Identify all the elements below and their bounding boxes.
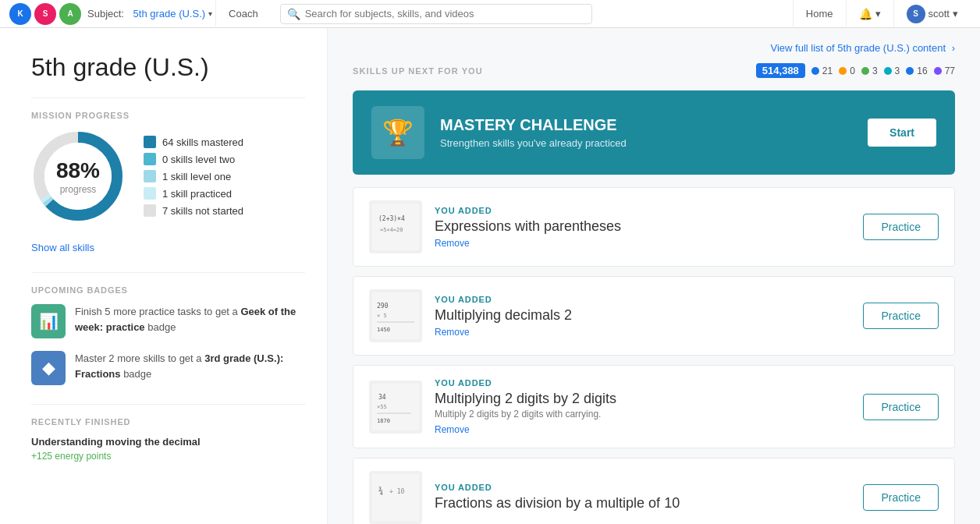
show-all-skills-link[interactable]: Show all skills bbox=[31, 242, 305, 253]
practice-button[interactable]: Practice bbox=[863, 484, 939, 511]
dot-icon-1 bbox=[811, 67, 819, 75]
upcoming-badges-label: UPCOMING BADGES bbox=[31, 285, 305, 295]
legend-item: 1 skill level one bbox=[144, 170, 243, 182]
svg-text:× 5: × 5 bbox=[377, 313, 387, 319]
legend-label-level-two: 0 skills level two bbox=[162, 154, 235, 165]
dot-icon-6 bbox=[934, 67, 942, 75]
svg-text:(2+3)×4: (2+3)×4 bbox=[378, 215, 405, 222]
practice-button[interactable]: Practice bbox=[863, 303, 939, 329]
skill-thumbnail-4: ¾ ÷ 10 bbox=[369, 471, 422, 524]
legend-color-level-one bbox=[144, 170, 156, 182]
badge-icon-fractions: ◆ bbox=[31, 351, 66, 385]
mastery-text: MASTERY CHALLENGE Strengthen skills you'… bbox=[440, 116, 852, 149]
diamond-icon: ◆ bbox=[42, 358, 55, 378]
skill-info: YOU ADDED Multiplying decimals 2 Remove bbox=[435, 295, 850, 338]
skill-thumbnail-1: (2+3)×4 =5×4=20 bbox=[369, 200, 422, 253]
remove-skill-link[interactable]: Remove bbox=[435, 424, 470, 435]
stat-item-3: 3 bbox=[861, 66, 878, 76]
avatar-3[interactable]: A bbox=[59, 3, 81, 25]
remove-skill-link[interactable]: Remove bbox=[435, 238, 470, 249]
you-added-label: YOU ADDED bbox=[435, 483, 850, 492]
progress-area: 88% progress 64 skills mastered 0 skills… bbox=[31, 129, 305, 223]
practice-button[interactable]: Practice bbox=[863, 394, 939, 420]
avatar-2[interactable]: S bbox=[34, 3, 56, 25]
skills-up-label: SKILLS UP NEXT FOR YOU bbox=[353, 66, 483, 76]
mastery-challenge-card: 🏆 MASTERY CHALLENGE Strengthen skills yo… bbox=[353, 90, 955, 175]
energy-badge: 514,388 bbox=[756, 63, 805, 78]
skill-name: Expressions with parentheses bbox=[435, 218, 850, 235]
user-name: scott bbox=[929, 8, 950, 19]
view-full-list-link[interactable]: View full list of 5th grade (U.S.) conte… bbox=[353, 28, 955, 63]
mastery-trophy-icon: 🏆 bbox=[371, 106, 424, 159]
skill-info: YOU ADDED Fractions as division by a mul… bbox=[435, 483, 850, 513]
stat-val-6: 77 bbox=[945, 66, 955, 76]
legend-label-level-one: 1 skill level one bbox=[162, 171, 231, 182]
legend-item: 1 skill practiced bbox=[144, 187, 243, 200]
badge-text: Master 2 more skills to get a 3rd grade … bbox=[75, 351, 305, 381]
stat-item-2: 0 bbox=[839, 66, 855, 76]
top-nav: K S A Subject: 5th grade (U.S.) ▾ Coach … bbox=[0, 0, 980, 28]
mastery-start-button[interactable]: Start bbox=[868, 119, 936, 147]
svg-text:290: 290 bbox=[377, 303, 389, 310]
recently-finished-points: +125 energy points bbox=[31, 451, 305, 462]
badge-item: ◆ Master 2 more skills to get a 3rd grad… bbox=[31, 351, 305, 385]
skill-name: Multiplying 2 digits by 2 digits bbox=[435, 391, 850, 407]
svg-text:1450: 1450 bbox=[377, 327, 390, 333]
badge-prefix-2: Master 2 more skills to get a bbox=[75, 352, 204, 364]
page-title: 5th grade (U.S.) bbox=[31, 53, 305, 82]
skill-card: 34 ×55 1870 YOU ADDED Multiplying 2 digi… bbox=[353, 365, 955, 448]
search-bar[interactable]: 🔍 bbox=[280, 4, 592, 24]
coach-button[interactable]: Coach bbox=[215, 0, 271, 28]
notifications-button[interactable]: 🔔 ▾ bbox=[846, 0, 893, 28]
skill-card: ¾ ÷ 10 YOU ADDED Fractions as division b… bbox=[353, 458, 955, 524]
stat-item-6: 77 bbox=[934, 66, 955, 76]
svg-text:÷ 10: ÷ 10 bbox=[389, 488, 404, 495]
user-avatar: S bbox=[907, 5, 925, 23]
recently-finished-title: Understanding moving the decimal bbox=[31, 436, 305, 448]
subject-selector[interactable]: Subject: 5th grade (U.S.) ▾ bbox=[87, 8, 212, 19]
legend-color-level-two bbox=[144, 153, 156, 165]
stat-item-4: 3 bbox=[884, 66, 900, 76]
chevron-down-icon: ▾ bbox=[208, 9, 212, 18]
chart-icon: 📊 bbox=[39, 312, 59, 331]
page-layout: 5th grade (U.S.) MISSION PROGRESS bbox=[0, 28, 980, 524]
avatar-group: K S A bbox=[9, 3, 81, 25]
skills-stats: 514,388 21 0 3 3 bbox=[756, 63, 955, 78]
divider bbox=[31, 272, 305, 273]
chevron-down-icon: ▾ bbox=[953, 8, 958, 19]
skills-header: SKILLS UP NEXT FOR YOU 514,388 21 0 3 bbox=[353, 63, 955, 78]
stat-val-2: 0 bbox=[850, 66, 855, 76]
stat-val-1: 21 bbox=[822, 66, 833, 76]
user-menu-button[interactable]: S scott ▾ bbox=[893, 0, 971, 28]
legend-item: 7 skills not started bbox=[144, 204, 243, 217]
skill-desc: Multiply 2 digits by 2 digits with carry… bbox=[435, 409, 850, 420]
svg-text:¾: ¾ bbox=[378, 487, 383, 495]
badge-text: Finish 5 more practice tasks to get a Ge… bbox=[75, 304, 305, 335]
subject-value[interactable]: 5th grade (U.S.) bbox=[133, 8, 206, 19]
skill-name: Multiplying decimals 2 bbox=[435, 307, 850, 324]
dot-icon-5 bbox=[906, 67, 914, 75]
badge-suffix-1: badge bbox=[145, 321, 176, 333]
stat-item-5: 16 bbox=[906, 66, 927, 76]
legend-color-not-started bbox=[144, 204, 156, 217]
you-added-label: YOU ADDED bbox=[435, 378, 850, 388]
avatar-1[interactable]: K bbox=[9, 3, 31, 25]
remove-skill-link[interactable]: Remove bbox=[435, 327, 470, 338]
search-input[interactable] bbox=[305, 8, 585, 19]
dot-icon-3 bbox=[861, 67, 869, 75]
nav-right: Home 🔔 ▾ S scott ▾ bbox=[793, 0, 971, 28]
home-button[interactable]: Home bbox=[793, 0, 846, 28]
badge-item: 📊 Finish 5 more practice tasks to get a … bbox=[31, 304, 305, 338]
stat-val-4: 3 bbox=[895, 66, 900, 76]
skill-name: Fractions as division by a multiple of 1… bbox=[435, 495, 850, 512]
mastery-title: MASTERY CHALLENGE bbox=[440, 116, 852, 134]
legend-item: 64 skills mastered bbox=[144, 136, 243, 148]
practice-button[interactable]: Practice bbox=[863, 214, 939, 240]
svg-text:1870: 1870 bbox=[377, 418, 390, 424]
sidebar: 5th grade (U.S.) MISSION PROGRESS bbox=[0, 28, 328, 524]
you-added-label: YOU ADDED bbox=[435, 206, 850, 215]
legend-label-not-started: 7 skills not started bbox=[162, 205, 243, 217]
legend-label-mastered: 64 skills mastered bbox=[162, 136, 243, 148]
progress-percent: 88% bbox=[56, 158, 100, 184]
arrow-icon: › bbox=[952, 42, 955, 54]
